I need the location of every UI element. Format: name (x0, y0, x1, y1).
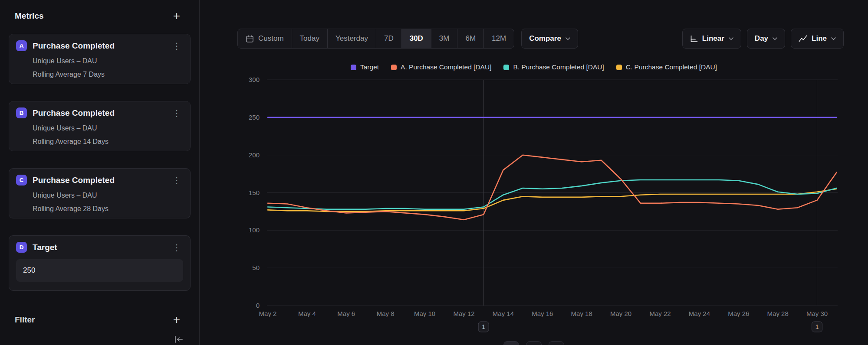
svg-text:May 2: May 2 (259, 310, 277, 317)
target-menu-button[interactable]: ⋮ (170, 243, 183, 252)
collapse-left-icon (174, 336, 184, 343)
legend-swatch (616, 65, 622, 70)
svg-text:50: 50 (252, 264, 260, 271)
bottom-toolbar-button-3[interactable] (549, 341, 564, 345)
metric-badge: C (16, 175, 27, 186)
svg-text:1: 1 (482, 323, 485, 330)
metric-menu-button[interactable]: ⋮ (170, 42, 183, 50)
legend-item-b[interactable]: B. Purchase Completed [DAU] (503, 63, 604, 71)
filter-section: Filter + (9, 315, 191, 325)
svg-text:300: 300 (249, 76, 260, 83)
target-badge: D (16, 242, 27, 253)
svg-text:May 14: May 14 (493, 310, 514, 317)
svg-text:May 24: May 24 (689, 310, 710, 317)
svg-text:1: 1 (815, 323, 819, 330)
legend-label: Target (360, 63, 379, 71)
legend-swatch (391, 65, 397, 70)
add-filter-button[interactable]: + (173, 315, 180, 325)
add-metric-button[interactable]: + (173, 11, 180, 21)
target-card[interactable]: D Target ⋮ (9, 235, 191, 291)
legend-item-c[interactable]: C. Purchase Completed [DAU] (616, 63, 717, 71)
bottom-toolbar-button-2[interactable] (526, 341, 542, 345)
legend-item-a[interactable]: A. Purchase Completed [DAU] (391, 63, 491, 71)
svg-text:May 28: May 28 (767, 310, 789, 317)
svg-text:0: 0 (256, 302, 260, 309)
svg-text:150: 150 (249, 189, 260, 196)
svg-text:200: 200 (249, 151, 260, 159)
metric-rolling-average: Rolling Average 7 Days (33, 71, 183, 78)
legend-label: B. Purchase Completed [DAU] (513, 63, 604, 71)
svg-text:May 18: May 18 (571, 310, 592, 317)
metric-badge: B (16, 107, 27, 118)
metric-menu-button[interactable]: ⋮ (170, 176, 183, 185)
legend-item-target[interactable]: Target (351, 63, 379, 71)
svg-text:May 26: May 26 (728, 310, 749, 317)
metric-card-b[interactable]: B Purchase Completed ⋮ Unique Users – DA… (9, 101, 191, 151)
svg-text:May 8: May 8 (377, 310, 395, 317)
legend-label: A. Purchase Completed [DAU] (401, 63, 491, 71)
metric-title: Purchase Completed (33, 108, 164, 118)
metrics-header: Metrics + (9, 0, 191, 21)
metric-rolling-average: Rolling Average 14 Days (33, 138, 183, 146)
target-value-input[interactable] (16, 259, 183, 282)
svg-text:250: 250 (249, 114, 260, 121)
svg-text:May 30: May 30 (806, 310, 828, 317)
svg-text:May 22: May 22 (649, 310, 671, 317)
chart-legend: Target A. Purchase Completed [DAU] B. Pu… (200, 63, 868, 71)
metric-title: Purchase Completed (33, 176, 164, 185)
filter-section-title: Filter (15, 315, 35, 325)
bottom-toolbar-button-1[interactable] (503, 341, 519, 345)
metric-rolling-average: Rolling Average 28 Days (33, 205, 183, 213)
metric-card-c[interactable]: C Purchase Completed ⋮ Unique Users – DA… (9, 168, 191, 218)
svg-text:May 4: May 4 (298, 310, 316, 317)
metric-measure: Unique Users – DAU (33, 192, 183, 199)
metric-title: Purchase Completed (33, 41, 164, 51)
target-title: Target (33, 243, 164, 252)
bottom-toolbar (200, 341, 868, 345)
sidebar: Metrics + A Purchase Completed ⋮ Unique … (0, 0, 200, 345)
metric-measure: Unique Users – DAU (33, 57, 183, 65)
svg-text:May 6: May 6 (337, 310, 355, 317)
svg-text:May 16: May 16 (532, 310, 553, 317)
metric-badge: A (16, 40, 27, 51)
chart-canvas[interactable]: 050100150200250300May 2May 4May 6May 8Ma… (200, 0, 868, 345)
collapse-sidebar-button[interactable] (174, 336, 184, 345)
metric-menu-button[interactable]: ⋮ (170, 109, 183, 117)
svg-text:May 20: May 20 (610, 310, 631, 317)
metric-measure: Unique Users – DAU (33, 124, 183, 132)
main-area: Custom Today Yesterday 7D 30D 3M 6M 12M … (200, 0, 868, 345)
metric-card-a[interactable]: A Purchase Completed ⋮ Unique Users – DA… (9, 34, 191, 84)
svg-text:May 10: May 10 (414, 310, 435, 317)
svg-text:100: 100 (249, 226, 260, 234)
legend-swatch (351, 65, 356, 70)
legend-label: C. Purchase Completed [DAU] (626, 63, 717, 71)
svg-text:May 12: May 12 (453, 310, 474, 317)
metrics-section-title: Metrics (15, 11, 44, 21)
legend-swatch (503, 65, 509, 70)
